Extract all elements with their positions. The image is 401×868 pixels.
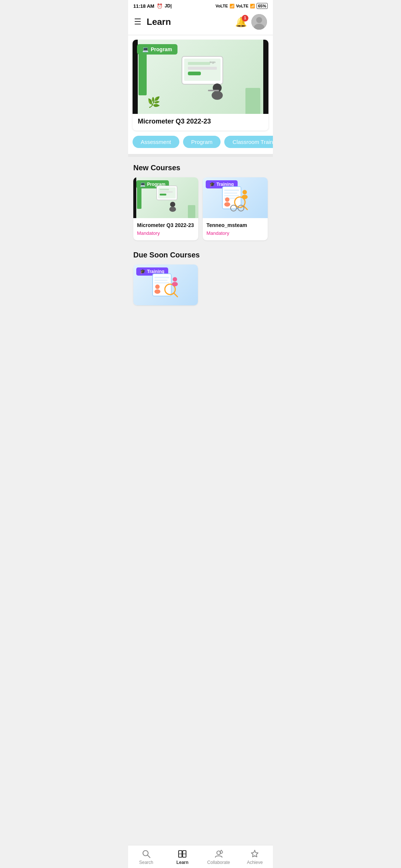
hamburger-menu-button[interactable]: ☰ — [134, 17, 141, 27]
course-card-1-name: Micrometer Q3 2022-23 — [137, 222, 195, 228]
card1-svg — [151, 184, 181, 212]
banner-border-right — [263, 40, 268, 114]
svg-rect-20 — [224, 190, 239, 191]
card2-svg — [217, 179, 254, 216]
svg-point-1 — [256, 17, 262, 23]
svg-rect-11 — [208, 90, 219, 91]
chip-program[interactable]: Program — [183, 136, 221, 148]
main-content: logo 🌿 💻 Program Micrometer Q3 2 — [128, 35, 273, 361]
section-divider-1 — [128, 154, 273, 157]
program-badge-label: Program — [151, 46, 172, 52]
course-card-1-image: 💻 Program — [133, 177, 198, 218]
app-bar: ☰ Learn 🔔 1 — [128, 10, 273, 35]
jd-indicator: JD| — [165, 3, 172, 9]
status-left: 11:18 AM ⏰ JD| — [133, 3, 172, 9]
featured-section: logo 🌿 💻 Program Micrometer Q3 2 — [128, 35, 273, 154]
plant-decor: 🌿 — [147, 96, 160, 108]
svg-point-18 — [169, 207, 176, 212]
course-card-1[interactable]: 💻 Program Micrometer Q3 2022-23 Mandator… — [133, 177, 198, 240]
new-courses-section: New Courses — [128, 157, 273, 244]
due-soon-card-1[interactable]: 🎓 Training — [133, 264, 198, 305]
due-soon-section: Due Soon Courses 🎓 Traini — [128, 244, 273, 309]
time-display: 11:18 AM — [133, 3, 154, 9]
svg-rect-6 — [188, 67, 217, 70]
signal-icon-2: 📶 — [250, 4, 255, 9]
card1-green-bar-short — [188, 205, 195, 218]
svg-point-31 — [242, 190, 247, 194]
svg-rect-22 — [224, 195, 239, 196]
svg-point-30 — [224, 202, 230, 207]
course-card-1-body: Micrometer Q3 2022-23 Mandatory — [133, 218, 198, 240]
app-bar-left: ☰ Learn — [134, 17, 171, 27]
course-card-2-name: Tenneo_msteam — [206, 222, 264, 228]
app-bar-right: 🔔 1 — [235, 14, 267, 30]
svg-rect-35 — [154, 280, 167, 281]
course-card-1-mandatory: Mandatory — [137, 230, 195, 236]
svg-rect-16 — [160, 194, 166, 195]
svg-rect-34 — [154, 277, 169, 278]
due-soon-title: Due Soon Courses — [133, 251, 268, 259]
svg-rect-36 — [154, 282, 169, 283]
svg-point-10 — [212, 91, 223, 100]
course-card-2-image: 🎓 Training — [203, 177, 268, 218]
page-title: Learn — [147, 17, 171, 27]
svg-point-32 — [242, 195, 248, 199]
banner-illustration: logo 🌿 — [171, 53, 230, 101]
banner-image: logo 🌿 💻 Program — [133, 40, 268, 114]
vo-lte-icon-1: VoLTE — [216, 4, 228, 8]
card1-badge-icon: 💻 — [140, 182, 146, 187]
due-soon-svg — [147, 266, 184, 303]
course-card-2-body: Tenneo_msteam Mandatory — [203, 218, 268, 240]
due-soon-badge-icon: 🎓 — [140, 269, 146, 274]
avatar[interactable] — [251, 14, 267, 30]
status-right: VoLTE 📶 VoLTE 📶 65% — [216, 3, 268, 9]
card1-border-left — [133, 177, 136, 218]
chip-assessment[interactable]: Assessment — [133, 136, 179, 148]
svg-rect-7 — [188, 72, 201, 75]
svg-rect-15 — [160, 191, 173, 193]
svg-text:logo: logo — [210, 60, 216, 64]
status-bar: 11:18 AM ⏰ JD| VoLTE 📶 VoLTE 📶 65% — [128, 0, 273, 10]
notification-bell-button[interactable]: 🔔 1 — [235, 16, 247, 28]
courses-grid: 💻 Program Micrometer Q3 2022-23 Mandator… — [133, 177, 268, 240]
svg-rect-21 — [224, 193, 237, 194]
course-card-2-mandatory: Mandatory — [206, 230, 264, 236]
svg-point-39 — [155, 285, 160, 289]
svg-point-17 — [170, 202, 175, 207]
svg-point-41 — [173, 277, 177, 282]
course-card-2[interactable]: 🎓 Training Tenneo_msteam Mandatory — [203, 177, 268, 240]
svg-point-40 — [154, 289, 160, 294]
svg-point-29 — [225, 197, 229, 202]
banner-svg: logo — [171, 53, 230, 101]
featured-banner-card[interactable]: logo 🌿 💻 Program Micrometer Q3 2 — [133, 40, 268, 131]
vo-lte-icon-2: VoLTE — [236, 4, 248, 8]
svg-rect-14 — [160, 189, 169, 190]
new-courses-title: New Courses — [133, 164, 268, 172]
svg-line-38 — [174, 293, 177, 297]
svg-point-42 — [172, 282, 178, 286]
program-badge-icon: 💻 — [142, 46, 149, 52]
chip-classroom-training[interactable]: Classroom Training — [224, 136, 273, 148]
filter-chips-row: Assessment Program Classroom Training — [128, 131, 273, 154]
due-soon-card-image: 🎓 Training — [133, 264, 198, 305]
battery-indicator: 65% — [257, 3, 268, 9]
green-bar-short — [245, 88, 260, 114]
program-badge: 💻 Program — [137, 44, 177, 55]
alarm-icon: ⏰ — [157, 3, 163, 9]
card2-badge-icon: 🎓 — [209, 182, 215, 187]
banner-title: Micrometer Q3 2022-23 — [133, 114, 268, 131]
signal-icon-1: 📶 — [229, 4, 235, 9]
notification-badge: 1 — [242, 15, 248, 22]
svg-rect-5 — [188, 62, 210, 65]
